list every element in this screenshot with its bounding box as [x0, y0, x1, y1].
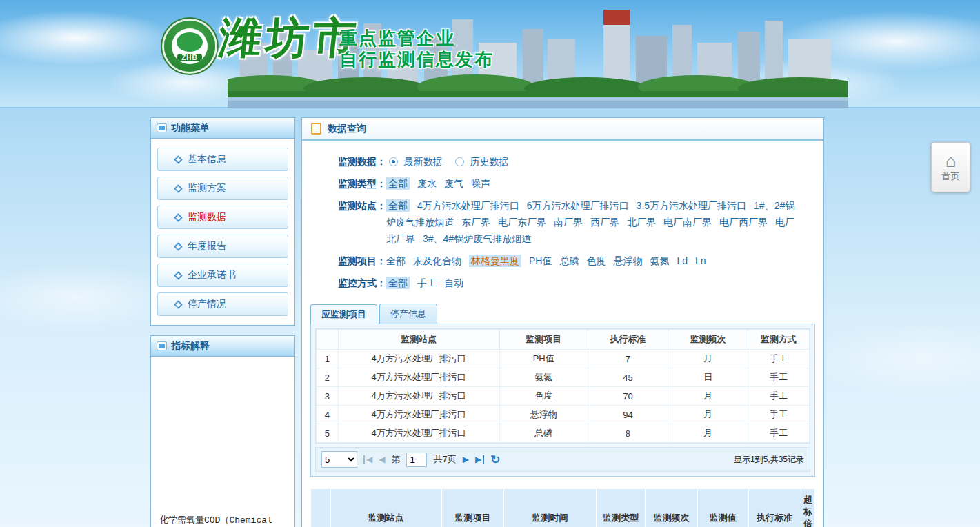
zhb-logo-emblem: ZHB: [172, 28, 208, 64]
filter-option[interactable]: 噪声: [471, 178, 490, 189]
filter-label-monitor-station: 监测站点：: [338, 197, 386, 214]
radio-unselected-icon: [455, 157, 464, 166]
filter-option[interactable]: 电厂南厂界: [663, 217, 712, 228]
cell: 7: [588, 350, 668, 368]
filter-option[interactable]: 北厂界: [627, 217, 656, 228]
filter-option[interactable]: 汞及化合物: [413, 255, 461, 266]
filter-option[interactable]: 自动: [444, 277, 463, 288]
filter-option[interactable]: 总磷: [559, 255, 579, 266]
cell: 月: [668, 406, 748, 424]
filter-row-monitor-station: 监测站点：全部4万方污水处理厂排污口6万方污水处理厂排污口3.5万方污水处理厂排…: [338, 197, 817, 247]
compass-arrow-icon: [174, 300, 183, 309]
radio-latest-data-label: 最新数据: [404, 156, 443, 167]
filter-option[interactable]: 电厂西厂界: [719, 217, 768, 228]
filter-option[interactable]: 4万方污水处理厂排污口: [417, 200, 519, 211]
sidebar-item-label: 基本信息: [188, 153, 226, 166]
required-items-table-wrap: 监测站点监测项目执行标准监测频次监测方式14万方污水处理厂排污口PH值7月手工2…: [315, 328, 810, 444]
next-page-button[interactable]: ▶: [463, 455, 469, 464]
filter-option[interactable]: 3#、4#锅炉废气排放烟道: [423, 233, 531, 244]
sidebar-item-commitment-letter[interactable]: 企业承诺书: [157, 264, 288, 287]
sidebar-item-basic-info[interactable]: 基本信息: [157, 148, 288, 171]
column-header: 监测值: [698, 489, 749, 527]
sidebar-item-annual-report[interactable]: 年度报告: [157, 235, 288, 258]
first-page-button[interactable]: ◀: [363, 455, 372, 464]
tab-bar: 应监测项目停产信息: [310, 304, 815, 324]
page-size-select[interactable]: 5: [321, 451, 357, 468]
filter-label-monitor-type: 监测类型：: [338, 175, 386, 192]
column-header: 监测站点: [338, 330, 499, 350]
filter-option[interactable]: 全部: [386, 177, 410, 190]
filter-option[interactable]: 废气: [444, 178, 463, 189]
page-input[interactable]: [406, 453, 427, 467]
sidebar-item-shutdown-status[interactable]: 停产情况: [157, 292, 288, 316]
filter-option[interactable]: 6万方污水处理厂排污口: [527, 200, 629, 211]
tab-required-items[interactable]: 应监测项目: [310, 304, 377, 324]
book-icon: [157, 342, 166, 350]
compass-arrow-icon: [174, 271, 183, 280]
filter-option[interactable]: 南厂界: [554, 217, 583, 228]
row-index: 3: [317, 387, 339, 406]
radio-history-data-label: 历史数据: [470, 156, 509, 167]
refresh-button[interactable]: ↻: [490, 454, 500, 466]
column-header: 监测频次: [668, 330, 748, 350]
filter-option[interactable]: Ln: [695, 255, 706, 266]
filter-option[interactable]: 氨氮: [650, 255, 669, 266]
function-menu-title: 功能菜单: [171, 122, 210, 135]
sidebar: 功能菜单 基本信息监测方案监测数据年度报告企业承诺书停产情况 指标解释 化学需氧…: [150, 117, 295, 527]
cell: 4万方污水处理厂排污口: [338, 387, 499, 406]
filter-option[interactable]: Ld: [677, 255, 688, 266]
prev-page-button[interactable]: ◀: [379, 455, 385, 464]
cell: 月: [668, 424, 748, 443]
filter-option[interactable]: 手工: [417, 277, 437, 288]
filter-option[interactable]: 电厂东厂界: [498, 217, 546, 228]
filter-options-monitor-type: 全部废水废气噪声: [386, 175, 800, 192]
indicator-panel-header: 指标解释: [151, 336, 294, 357]
home-button[interactable]: ⌂ 首页: [931, 142, 970, 192]
column-header: 监测项目: [441, 489, 503, 527]
indicator-body: 化学需氧量COD（Chemical: [151, 357, 294, 527]
cell: 4万方污水处理厂排污口: [338, 424, 499, 443]
filter-option[interactable]: PH值: [529, 255, 552, 266]
filter-option[interactable]: 东厂界: [461, 217, 490, 228]
cell: 4万方污水处理厂排污口: [338, 406, 499, 424]
filter-row-monitor-data: 监测数据： 最新数据 历史数据: [338, 153, 817, 170]
filter-option[interactable]: 全部: [386, 255, 406, 266]
filter-label-monitor-data: 监测数据：: [338, 153, 386, 170]
filter-label-monitor-method: 监控方式：: [338, 275, 386, 291]
filter-option[interactable]: 色度: [586, 255, 606, 266]
filter-option[interactable]: 林格曼黑度: [469, 255, 521, 267]
page-label: 第: [391, 453, 400, 466]
tab-shutdown-info[interactable]: 停产信息: [379, 304, 437, 324]
filter-option[interactable]: 西厂界: [590, 217, 619, 228]
column-header: 监测站点: [330, 489, 441, 527]
column-header: 超标倍数: [801, 489, 815, 527]
sidebar-item-monitoring-data[interactable]: 监测数据: [157, 206, 288, 229]
table-row: 54万方污水处理厂排污口总磷8月手工: [317, 424, 810, 443]
header-row: 监测站点监测项目执行标准监测频次监测方式: [317, 330, 810, 350]
table-row: 24万方污水处理厂排污口氨氮45日手工: [317, 368, 810, 387]
row-index: 1: [317, 350, 339, 368]
filter-option[interactable]: 废水: [417, 178, 437, 189]
sidebar-item-monitoring-plan[interactable]: 监测方案: [157, 177, 288, 200]
cell: 8: [588, 424, 668, 443]
filter-option[interactable]: 全部: [386, 199, 410, 212]
filter-options-monitor-method: 全部手工自动: [386, 275, 800, 291]
row-index: 2: [317, 368, 339, 387]
filter-option[interactable]: 全部: [386, 277, 410, 289]
header-banner: ZHB 潍坊市 重点监管企业 自行监测信息发布: [0, 0, 980, 108]
compass-arrow-icon: [174, 242, 183, 251]
filter-row-monitor-method: 监控方式：全部手工自动: [338, 275, 817, 291]
filter-option[interactable]: 3.5万方污水处理厂排污口: [637, 200, 746, 211]
compass-arrow-icon: [174, 184, 183, 193]
page-title: 数据查询: [328, 123, 366, 135]
cell: PH值: [499, 350, 588, 368]
main-panel: 数据查询 监测数据： 最新数据 历史数据 监测类型：全部废水废气噪声监测站点：全…: [301, 117, 824, 527]
results-table: 监测站点监测项目监测时间监测类型监测频次监测值执行标准超标倍数11#、2#锅炉废…: [310, 488, 815, 527]
required-items-table: 监测站点监测项目执行标准监测频次监测方式14万方污水处理厂排污口PH值7月手工2…: [316, 329, 810, 443]
last-page-button[interactable]: ▶: [475, 455, 484, 464]
column-header: 监测时间: [503, 489, 596, 527]
function-menu-header: 功能菜单: [151, 118, 294, 139]
filter-option[interactable]: 悬浮物: [613, 255, 642, 266]
radio-history-data[interactable]: 历史数据: [455, 156, 509, 167]
radio-latest-data[interactable]: 最新数据: [389, 156, 446, 167]
